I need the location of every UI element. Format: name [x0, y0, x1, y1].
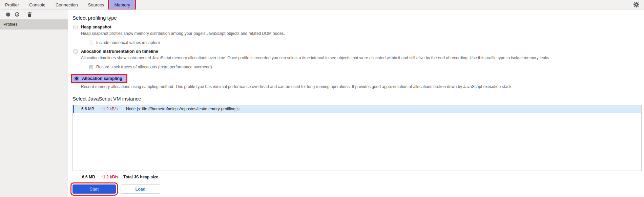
topbar-right-controls [629, 2, 644, 8]
total-heap-size-value: 6.6 MB [82, 175, 101, 179]
load-button[interactable]: Load [121, 184, 160, 194]
vm-instance-title: Node.js: file:///home/rafaelgss/repos/os… [126, 107, 240, 111]
tab-connection[interactable]: Connection [50, 0, 83, 9]
profiles-section-header: Profiles [0, 20, 68, 29]
total-allocation-rate: ↑1.2 kB/s [101, 175, 123, 179]
radio-selected-icon[interactable] [74, 76, 79, 81]
total-heap-size-label: Total JS heap size [123, 175, 158, 179]
tab-console[interactable]: Console [24, 0, 50, 9]
radio-allocation-sampling-label: Allocation sampling [82, 76, 122, 81]
vm-heap-size: 6.6 MB [81, 107, 101, 111]
clear-button[interactable] [13, 10, 21, 19]
radio-heap-snapshot[interactable]: Heap snapshot [73, 25, 644, 29]
toolbar-divider [23, 12, 23, 17]
action-buttons: Start Load [72, 184, 644, 194]
memory-panel-content: Select profiling type Heap snapshot Heap… [68, 9, 644, 197]
tab-profiler[interactable]: Profiler [0, 0, 24, 9]
vm-instance-heading: Select JavaScript VM instance [72, 96, 644, 102]
vm-instance-list: 6.6 MB ↑1.2 kB/s Node.js: file:///home/r… [72, 105, 642, 171]
radio-heap-snapshot-label: Heap snapshot [81, 25, 111, 29]
devtools-memory-panel: Profiler Console Connection Sources Memo… [0, 0, 644, 197]
checkbox-record-stack-traces[interactable]: Record stack traces of allocations (extr… [89, 65, 644, 69]
toolbar-divider [629, 2, 629, 8]
total-heap-status-row: 6.6 MB ↑1.2 kB/s Total JS heap size [72, 175, 644, 179]
start-button[interactable]: Start [72, 184, 116, 194]
tab-memory[interactable]: Memory [109, 0, 135, 9]
checkbox-include-numerical-values[interactable]: Include numerical values in capture [89, 40, 644, 45]
radio-allocation-timeline[interactable]: Allocation instrumentation on timeline [73, 49, 644, 54]
vm-instance-row-selected[interactable]: 6.6 MB ↑1.2 kB/s Node.js: file:///home/r… [73, 105, 641, 113]
vm-allocation-rate: ↑1.2 kB/s [101, 107, 122, 111]
tab-sources[interactable]: Sources [83, 0, 109, 9]
radio-icon[interactable] [73, 49, 78, 54]
panel-tab-bar: Profiler Console Connection Sources Memo… [0, 0, 644, 9]
delete-profile-button[interactable] [25, 10, 34, 19]
radio-allocation-sampling[interactable]: Allocation sampling [71, 74, 127, 83]
profiler-toolbar [0, 9, 68, 20]
heap-snapshot-description: Heap snapshot profiles show memory distr… [81, 31, 644, 36]
record-button[interactable] [4, 10, 13, 19]
radio-allocation-timeline-label: Allocation instrumentation on timeline [81, 49, 158, 54]
checkbox-label: Record stack traces of allocations (extr… [96, 65, 212, 69]
profiles-sidebar: Profiles [0, 9, 68, 197]
profiling-type-heading: Select profiling type [72, 15, 644, 21]
checkbox-icon[interactable] [89, 65, 93, 69]
allocation-sampling-description: Record memory allocations using sampling… [81, 84, 644, 89]
record-icon [6, 13, 10, 17]
checkbox-icon[interactable] [89, 41, 93, 45]
allocation-timeline-description: Allocation timelines show instrumented J… [81, 56, 644, 60]
clear-icon [15, 12, 19, 17]
radio-icon[interactable] [73, 25, 78, 29]
checkbox-label: Include numerical values in capture [96, 40, 160, 45]
gear-icon[interactable] [633, 2, 639, 7]
trash-icon [27, 12, 32, 17]
